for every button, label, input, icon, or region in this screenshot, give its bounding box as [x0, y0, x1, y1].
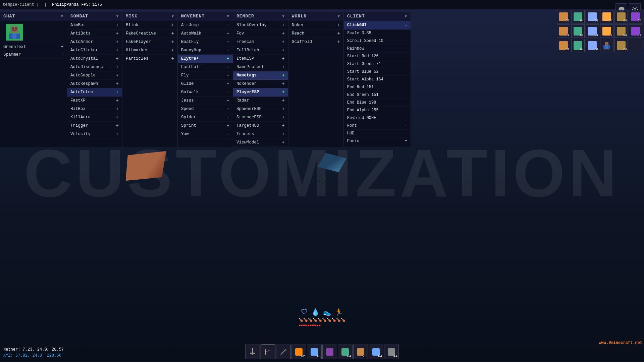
- move-glide[interactable]: Glide+: [178, 80, 233, 88]
- render-viewmodel[interactable]: ViewModel+: [233, 138, 288, 147]
- inv-slot[interactable]: 64: [571, 39, 585, 52]
- combat-autoclicker[interactable]: AutoClicker+: [67, 46, 122, 55]
- misc-fakecreative[interactable]: FakeCreative+: [122, 29, 177, 38]
- client-endgreen[interactable]: End Green 151: [344, 91, 411, 99]
- render-freecam[interactable]: Freecam+: [233, 38, 288, 46]
- client-endalpha[interactable]: End Alpha 255: [344, 107, 411, 114]
- hotbar-slot-6[interactable]: [322, 345, 337, 359]
- move-spider[interactable]: Spider+: [178, 113, 233, 122]
- misc-hitmarker[interactable]: Hitmarker+: [122, 46, 177, 55]
- combat-hitbox[interactable]: HitBox+: [67, 105, 122, 113]
- hotbar-slot-5[interactable]: 16: [307, 345, 322, 359]
- misc-particles[interactable]: Particles+: [122, 55, 177, 63]
- render-tracers[interactable]: Tracers+: [233, 130, 288, 138]
- render-nametags[interactable]: Nametags+: [233, 71, 288, 80]
- combat-autorespawn[interactable]: AutoRespawn+: [67, 80, 122, 88]
- client-header[interactable]: CLIENT ▼: [344, 12, 411, 21]
- move-fly[interactable]: Fly+: [178, 71, 233, 80]
- world-scaffold[interactable]: Scaffold+: [288, 38, 343, 46]
- inv-slot[interactable]: 64: [586, 10, 599, 23]
- movement-header[interactable]: MOVEMENT ▼: [178, 12, 233, 21]
- move-fastfall[interactable]: FastFall+: [178, 63, 233, 71]
- hotbar-slot-8[interactable]: 23: [353, 345, 368, 359]
- inv-slot[interactable]: [629, 39, 642, 52]
- hotbar-slot-3[interactable]: [276, 345, 291, 359]
- inv-player-icon[interactable]: [600, 39, 613, 52]
- hotbar-slot-1[interactable]: [245, 345, 260, 359]
- inv-slot[interactable]: 64: [629, 24, 642, 38]
- client-rainbow[interactable]: Rainbow: [344, 45, 411, 53]
- combat-killaura[interactable]: KillAura+: [67, 113, 122, 122]
- combat-header[interactable]: COMBAT ▼: [67, 12, 122, 21]
- move-bunnyhop[interactable]: BunnyHop+: [178, 46, 233, 55]
- inv-slot[interactable]: 64: [557, 10, 570, 23]
- move-yaw[interactable]: Yaw+: [178, 130, 233, 138]
- inv-slot[interactable]: 64: [571, 24, 585, 38]
- misc-blink[interactable]: Blink+: [122, 21, 177, 29]
- inv-slot[interactable]: 64: [600, 10, 613, 23]
- render-nameprotect[interactable]: NameProtect+: [233, 63, 288, 71]
- client-startblue[interactable]: Start Blue 52: [344, 68, 411, 76]
- combat-antibots[interactable]: AntiBots+: [67, 29, 122, 38]
- render-itemesp[interactable]: ItemESP+: [233, 55, 288, 63]
- combat-autoarmor[interactable]: AutoArmor+: [67, 38, 122, 46]
- move-airjump[interactable]: AirJump+: [178, 21, 233, 29]
- combat-velocity[interactable]: Velocity+: [67, 130, 122, 138]
- inv-slot[interactable]: 64: [614, 39, 628, 52]
- client-keybind[interactable]: Keybind NONE: [344, 114, 411, 122]
- chat-spammer[interactable]: Spammer +: [0, 51, 67, 59]
- client-endred[interactable]: End Red 151: [344, 83, 411, 91]
- move-boatfly[interactable]: BoatFly+: [178, 38, 233, 46]
- chat-greentext[interactable]: GreenText +: [0, 43, 67, 51]
- inv-slot[interactable]: 64: [600, 24, 613, 38]
- client-startalpha[interactable]: Start Alpha 164: [344, 76, 411, 83]
- client-panic[interactable]: Panic +: [344, 137, 411, 145]
- render-targethud[interactable]: TargetHUD+: [233, 122, 288, 130]
- combat-fastxp[interactable]: FastXP+: [67, 97, 122, 105]
- client-hud[interactable]: HUD +: [344, 130, 411, 137]
- hotbar-slot-9[interactable]: 64: [369, 345, 383, 359]
- chat-header[interactable]: CHAT ▼: [0, 12, 67, 21]
- client-scrollspeed[interactable]: Scroll Speed 10: [344, 37, 411, 45]
- inv-slot[interactable]: 64: [614, 24, 628, 38]
- combat-autototem[interactable]: AutoTotem+: [67, 88, 122, 97]
- move-autowalk[interactable]: AutoWalk+: [178, 29, 233, 38]
- combat-autocrystal[interactable]: AutoCrystal+: [67, 55, 122, 63]
- render-fov[interactable]: Fov+: [233, 29, 288, 38]
- client-scale[interactable]: Scale 0.85: [344, 29, 411, 37]
- client-font[interactable]: Font +: [344, 122, 411, 130]
- render-blockoverlay[interactable]: BlockOverlay+: [233, 21, 288, 29]
- render-fullbright[interactable]: FullBright+: [233, 46, 288, 55]
- render-header[interactable]: RENDER ▼: [233, 12, 288, 21]
- world-reach[interactable]: Reach+: [288, 29, 343, 38]
- client-startred[interactable]: Start Red 126: [344, 53, 411, 60]
- inv-slot[interactable]: 64: [571, 10, 585, 23]
- hotbar-slot-4[interactable]: 62: [291, 345, 306, 359]
- world-header[interactable]: WORLD ▼: [288, 12, 343, 21]
- world-nuker[interactable]: Nuker+: [288, 21, 343, 29]
- inv-slot[interactable]: 64: [586, 24, 599, 38]
- render-spawneresp[interactable]: SpawnerESP+: [233, 105, 288, 113]
- misc-fakeplayer[interactable]: FakePlayer+: [122, 38, 177, 46]
- move-jesus[interactable]: Jesus+: [178, 97, 233, 105]
- hotbar-slot-2[interactable]: [261, 345, 275, 359]
- client-clickgui[interactable]: ClickGUI -: [344, 21, 411, 29]
- move-elytra[interactable]: Elytra++: [178, 55, 233, 63]
- combat-autodisconnect[interactable]: AutoDisconnect+: [67, 63, 122, 71]
- client-startgreen[interactable]: Start Green 71: [344, 60, 411, 68]
- inv-slot[interactable]: 64: [586, 39, 599, 52]
- misc-header[interactable]: MISC ▼: [122, 12, 177, 21]
- inv-slot[interactable]: 64: [557, 24, 570, 38]
- move-speed[interactable]: Speed+: [178, 105, 233, 113]
- inv-slot[interactable]: 64: [614, 10, 628, 23]
- combat-aimbot[interactable]: AimBot+: [67, 21, 122, 29]
- client-endblue[interactable]: End Blue 198: [344, 99, 411, 107]
- render-playeresp[interactable]: PlayerESP+: [233, 88, 288, 97]
- render-radar[interactable]: Radar+: [233, 97, 288, 105]
- move-guiwalk[interactable]: GuiWalk+: [178, 88, 233, 97]
- hotbar-slot-10[interactable]: 44: [384, 345, 399, 359]
- combat-autogapple[interactable]: AutoGapple+: [67, 71, 122, 80]
- combat-trigger[interactable]: Trigger+: [67, 122, 122, 130]
- render-storageesp[interactable]: StorageESP+: [233, 113, 288, 122]
- inv-slot[interactable]: 64: [557, 39, 570, 52]
